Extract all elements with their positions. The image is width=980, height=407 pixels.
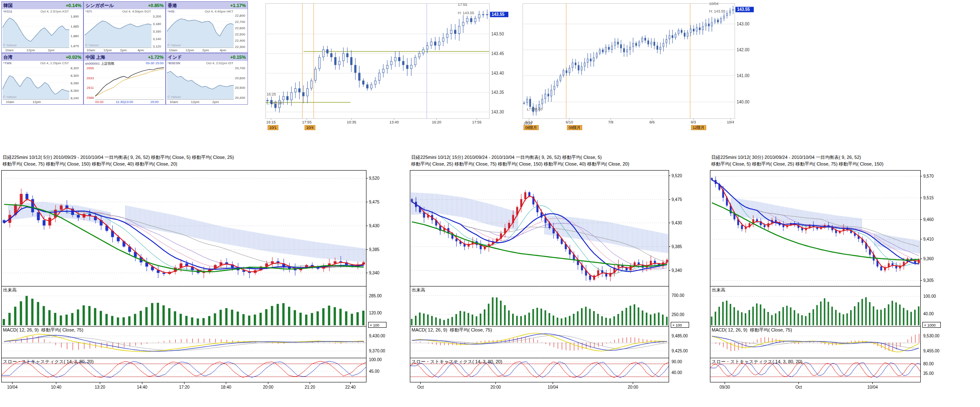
quote-tile-india[interactable]: インド +0.15% ^BSESN Oct 4, 2:02pm IST © Ya… (166, 53, 248, 105)
market-change: +1.17% (230, 3, 246, 8)
quote-tile-korea[interactable]: 韓国 +0.14% ^KS11 Oct 4, 2:57pm KST © Yaho… (1, 1, 83, 53)
ticker-symbol: ^STI (85, 10, 92, 13)
chart-title-line1: 日経225mini 10/12( 5分) 2010/09/29 - 2010/1… (3, 154, 390, 161)
market-change: +0.85% (148, 3, 164, 8)
quote-timestamp: Oct 4, 1:29pm CST (40, 61, 69, 65)
chart-title-line1: 日経225mini 10/12( 15分) 2010/09/24 - 2010/… (411, 154, 692, 161)
quote-tile-taiwan[interactable]: 台湾 +0.02% ^TWII Oct 4, 1:29pm CST © Yaho… (1, 53, 83, 105)
quote-timestamp: Oct 4, 2:02pm IST (206, 61, 233, 65)
yahoo-watermark: © Yahoo! (85, 43, 99, 47)
chart-title-line2: 移動平均( Close, 75) 移動平均( Close, 150) 移動平均(… (3, 161, 390, 168)
quote-tile-header: 韓国 +0.14% (2, 2, 83, 9)
quote-timestamp: Oct 4, 4:59pm SGT (122, 10, 151, 13)
yahoo-watermark: © Yahoo! (167, 43, 181, 47)
chart-title: 日経225mini 10/12( 30分) 2010/09/24 - 2010/… (710, 153, 944, 170)
chart-title-line2: 移動平均( Close, 5) 移動平均( Close, 25) 移動平均( C… (711, 161, 944, 168)
yahoo-watermark: © Yahoo! (3, 95, 17, 99)
market-change: +0.14% (66, 3, 81, 8)
chart-title-line1: 日経225mini 10/12( 30分) 2010/09/24 - 2010/… (711, 154, 944, 161)
market-change: +1.72% (148, 55, 164, 60)
yahoo-watermark: © Yahoo! (3, 43, 17, 47)
intraday-candle-chart-canvas (263, 1, 510, 133)
market-name: 韓国 (3, 3, 13, 9)
quote-tile-body: ^STI Oct 4, 4:59pm SGT © Yahoo! (84, 9, 165, 53)
quote-timestamp: 09-30 15:00 (146, 61, 164, 65)
quote-tile-china-shanghai[interactable]: 中国 上海 +1.72% sh000001上証指数 09-30 15:00 (83, 53, 166, 105)
daily-candle-panel (520, 1, 755, 133)
ticker-symbol: ^BSESN (167, 61, 180, 65)
chart-title: 日経225mini 10/12( 5分) 2010/09/29 - 2010/1… (1, 153, 390, 170)
quote-tile-body: ^KS11 Oct 4, 2:57pm KST © Yahoo! (2, 9, 83, 53)
quote-tile-header: 中国 上海 +1.72% (84, 53, 165, 61)
intraday-candle-panel (263, 1, 510, 133)
nikkei-15min-panel: 日経225mini 10/12( 15分) 2010/09/24 - 2010/… (409, 153, 692, 390)
quote-tile-body: ^BSESN Oct 4, 2:02pm IST © Yahoo! (166, 61, 248, 104)
quote-tile-hongkong[interactable]: 香港 +1.17% ^HSI Oct 4, 4:40pm HKT © Yahoo… (166, 1, 248, 53)
quote-tile-body: ^TWII Oct 4, 1:29pm CST © Yahoo! (2, 61, 83, 104)
market-name: インド (168, 54, 182, 60)
daily-candle-chart-canvas (520, 1, 755, 133)
market-change: +0.02% (66, 55, 81, 60)
nikkei-30min-panel: 日経225mini 10/12( 30分) 2010/09/24 - 2010/… (710, 153, 944, 390)
market-change: +0.15% (230, 55, 246, 60)
ticker-symbol: ^HSI (167, 10, 174, 13)
nikkei-5min-panel: 日経225mini 10/12( 5分) 2010/09/29 - 2010/1… (1, 153, 390, 390)
ticker-symbol: ^TWII (3, 61, 12, 65)
quote-tile-header: 台湾 +0.02% (2, 53, 83, 61)
chart-title-line2: 移動平均( Close, 25) 移動平均( Close, 75) 移動平均( … (411, 161, 692, 168)
quote-tile-body: sh000001上証指数 09-30 15:00 (84, 61, 165, 104)
shanghai-mini-chart-canvas (84, 61, 165, 104)
quote-timestamp: Oct 4, 4:40pm HKT (205, 10, 233, 13)
quote-tile-singapore[interactable]: シンガポール +0.85% ^STI Oct 4, 4:59pm SGT © Y… (83, 1, 166, 53)
nikkei-5min-chart-canvas (1, 170, 390, 390)
market-name: シンガポール (86, 3, 114, 9)
quote-tile-header: インド +0.15% (166, 53, 248, 61)
yahoo-watermark: © Yahoo! (167, 95, 181, 99)
market-name: 香港 (168, 3, 177, 9)
trading-dashboard: 韓国 +0.14% ^KS11 Oct 4, 2:57pm KST © Yaho… (0, 0, 980, 407)
nikkei-30min-chart-canvas (710, 170, 944, 390)
ticker-symbol: ^KS11 (3, 10, 13, 13)
nikkei-15min-chart-canvas (409, 170, 692, 390)
quote-tile-header: 香港 +1.17% (166, 2, 248, 9)
index-name: 上証指数 (101, 62, 114, 65)
market-name: 台湾 (3, 54, 13, 60)
ticker-symbol: sh000001上証指数 (85, 61, 114, 66)
quote-tile-body: ^HSI Oct 4, 4:40pm HKT © Yahoo! (166, 9, 248, 53)
quote-tile-header: シンガポール +0.85% (84, 2, 165, 9)
chart-title: 日経225mini 10/12( 15分) 2010/09/24 - 2010/… (409, 153, 692, 170)
asia-quotes-grid: 韓国 +0.14% ^KS11 Oct 4, 2:57pm KST © Yaho… (1, 1, 248, 105)
quote-timestamp: Oct 4, 2:57pm KST (40, 10, 69, 13)
market-name: 中国 上海 (86, 54, 105, 60)
